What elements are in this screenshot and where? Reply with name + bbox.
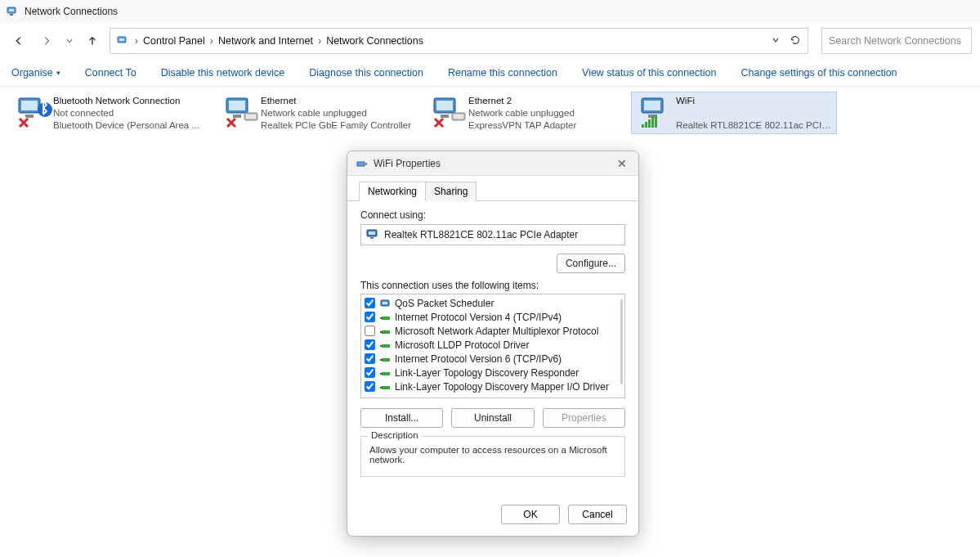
up-button[interactable] <box>82 30 103 52</box>
chevron-right-icon: › <box>316 35 323 47</box>
protocol-icon <box>380 326 392 336</box>
network-item-row[interactable]: Microsoft LLDP Protocol Driver <box>363 338 623 352</box>
dialog-titlebar[interactable]: WiFi Properties ✕ <box>347 151 638 176</box>
connection-status: Network cable unplugged <box>468 107 576 119</box>
nav-row: › Control Panel › Network and Internet ›… <box>0 23 980 59</box>
svg-rect-46 <box>380 387 383 389</box>
monitor-icon <box>366 229 379 240</box>
connection-item[interactable]: WiFi Realtek RTL8821CE 802.11ac PCIe ... <box>631 92 837 134</box>
rename-button[interactable]: Rename this connection <box>448 67 557 79</box>
window-title: Network Connections <box>25 6 118 17</box>
address-bar[interactable]: › Control Panel › Network and Internet ›… <box>110 28 808 54</box>
svg-rect-37 <box>382 330 390 334</box>
connection-icon <box>429 95 468 131</box>
properties-button[interactable]: Properties <box>543 408 625 428</box>
network-item-row[interactable]: QoS Packet Scheduler <box>363 296 623 310</box>
svg-rect-28 <box>357 162 365 166</box>
disable-device-button[interactable]: Disable this network device <box>161 67 284 79</box>
diagnose-button[interactable]: Diagnose this connection <box>309 67 423 79</box>
protocol-icon <box>380 368 392 378</box>
breadcrumb-root[interactable]: Control Panel <box>143 35 205 47</box>
description-text: Allows your computer to access resources… <box>369 445 607 465</box>
description-box: Description Allows your computer to acce… <box>360 436 625 477</box>
close-icon[interactable]: ✕ <box>614 157 630 170</box>
cancel-button[interactable]: Cancel <box>568 505 627 524</box>
connection-status: Network cable unplugged <box>261 107 411 119</box>
svg-rect-24 <box>645 122 647 128</box>
view-status-button[interactable]: View status of this connection <box>582 67 716 79</box>
connection-status: Not connected <box>53 107 199 119</box>
item-checkbox[interactable] <box>365 367 375 378</box>
install-button[interactable]: Install... <box>360 408 443 428</box>
item-checkbox[interactable] <box>365 381 375 392</box>
protocol-icon <box>380 340 392 350</box>
configure-button[interactable]: Configure... <box>557 254 625 273</box>
svg-rect-43 <box>382 372 390 375</box>
svg-rect-7 <box>25 115 34 118</box>
items-label: This connection uses the following items… <box>360 280 625 291</box>
connect-to-button[interactable]: Connect To <box>85 67 136 79</box>
command-toolbar: Organise▾ Connect To Disable this networ… <box>0 59 980 87</box>
connection-item[interactable]: Ethernet 2Network cable unpluggedExpress… <box>423 92 629 134</box>
change-settings-button[interactable]: Change settings of this connection <box>741 67 897 79</box>
network-connections-icon <box>7 5 20 18</box>
ok-button[interactable]: OK <box>501 505 560 524</box>
svg-rect-29 <box>365 163 367 165</box>
refresh-icon[interactable] <box>790 34 801 48</box>
network-item-row[interactable]: Microsoft Network Adapter Multiplexor Pr… <box>363 324 623 338</box>
network-items-list[interactable]: QoS Packet SchedulerInternet Protocol Ve… <box>360 294 625 398</box>
connection-device: Bluetooth Device (Personal Area ... <box>53 119 199 132</box>
item-checkbox[interactable] <box>365 339 375 350</box>
protocol-icon <box>380 299 392 308</box>
uninstall-button[interactable]: Uninstall <box>451 408 534 428</box>
svg-rect-4 <box>119 38 124 41</box>
history-dropdown[interactable] <box>64 37 75 45</box>
item-label: Link-Layer Topology Discovery Mapper I/O… <box>395 381 609 393</box>
item-checkbox[interactable] <box>365 353 375 364</box>
connection-device: Realtek RTL8821CE 802.11ac PCIe ... <box>676 119 831 132</box>
back-button[interactable] <box>8 30 29 52</box>
connection-title: WiFi <box>676 95 831 107</box>
tab-sharing[interactable]: Sharing <box>426 182 477 201</box>
connection-icon <box>637 95 676 131</box>
dialog-tabs: Networking Sharing <box>347 176 638 201</box>
organise-menu[interactable]: Organise▾ <box>11 67 60 79</box>
connections-area: Bluetooth Network ConnectionNot connecte… <box>0 87 980 139</box>
item-checkbox[interactable] <box>365 298 375 308</box>
item-label: Microsoft Network Adapter Multiplexor Pr… <box>395 326 598 337</box>
network-item-row[interactable]: Internet Protocol Version 6 (TCP/IPv6) <box>363 352 623 366</box>
svg-rect-23 <box>642 124 644 128</box>
svg-rect-12 <box>233 115 241 118</box>
forward-button[interactable] <box>36 30 57 52</box>
svg-rect-40 <box>380 345 383 347</box>
connection-item[interactable]: Bluetooth Network ConnectionNot connecte… <box>8 92 214 134</box>
breadcrumb-mid[interactable]: Network and Internet <box>218 35 313 47</box>
chevron-down-icon[interactable] <box>772 35 780 47</box>
svg-rect-38 <box>380 331 383 333</box>
item-checkbox[interactable] <box>365 312 375 322</box>
connection-title: Ethernet 2 <box>468 95 576 107</box>
search-input[interactable]: Search Network Connections <box>821 28 972 54</box>
chevron-right-icon: › <box>208 35 215 47</box>
breadcrumb-leaf[interactable]: Network Connections <box>326 35 423 47</box>
item-label: Link-Layer Topology Discovery Responder <box>395 367 579 379</box>
svg-rect-19 <box>454 115 463 119</box>
protocol-icon <box>380 382 392 392</box>
connection-device: Realtek PCIe GbE Family Controller <box>261 119 411 132</box>
svg-rect-42 <box>380 359 383 361</box>
network-item-row[interactable]: Link-Layer Topology Discovery Responder <box>363 366 623 380</box>
connection-icon <box>222 95 261 131</box>
svg-rect-6 <box>21 101 38 110</box>
svg-rect-41 <box>382 358 390 362</box>
connection-item[interactable]: EthernetNetwork cable unpluggedRealtek P… <box>216 92 422 134</box>
svg-rect-21 <box>644 101 660 110</box>
item-checkbox[interactable] <box>365 326 375 336</box>
svg-rect-11 <box>229 101 245 110</box>
svg-rect-35 <box>382 317 390 320</box>
network-item-row[interactable]: Link-Layer Topology Discovery Mapper I/O… <box>363 380 623 393</box>
network-item-row[interactable]: Internet Protocol Version 4 (TCP/IPv4) <box>363 310 623 324</box>
adapter-select[interactable]: Realtek RTL8821CE 802.11ac PCIe Adapter <box>360 224 625 245</box>
connection-device: ExpressVPN TAP Adapter <box>468 119 576 132</box>
connection-status <box>676 107 831 119</box>
tab-networking[interactable]: Networking <box>359 182 426 201</box>
